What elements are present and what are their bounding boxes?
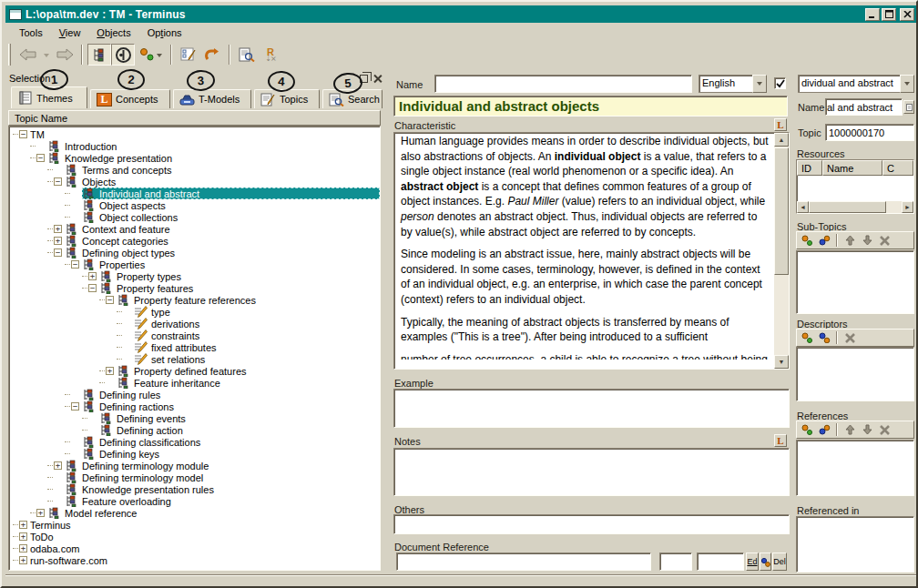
collapse-icon[interactable]: − [54,248,62,257]
others-input[interactable] [393,514,790,534]
detail-name-input[interactable] [825,98,903,116]
close-button[interactable] [900,8,914,21]
scroll-left-icon[interactable]: ◄ [797,201,809,213]
scroll-right-icon[interactable]: ► [902,201,913,213]
scroll-up-icon[interactable]: ▲ [774,133,789,147]
tree-item[interactable]: Defining classifications [9,436,380,448]
resources-col-c[interactable]: C [882,160,913,176]
resources-col-id[interactable]: ID [797,160,822,176]
menu-objects[interactable]: Objects [88,25,138,40]
collapse-icon[interactable]: − [36,154,45,162]
tree-item[interactable]: Knowledge presentation rules [9,483,380,495]
tree-item[interactable]: −Property feature references [9,294,380,306]
edit-form-icon[interactable] [177,44,200,66]
minimize-button[interactable] [865,8,880,21]
link-document-icon[interactable] [760,553,771,571]
tree-item[interactable]: Individual and abstract [9,188,380,199]
delete-icon[interactable] [842,331,857,344]
expand-icon[interactable]: + [54,461,62,470]
delete-icon[interactable] [877,423,892,436]
move-down-icon[interactable] [860,234,874,247]
tree-item[interactable]: Defining events [9,412,380,424]
tree-view-icon[interactable] [87,44,111,66]
document-reference-page-input[interactable] [659,553,692,571]
forward-icon[interactable] [53,44,76,66]
tree-item[interactable]: +Property types [9,270,380,282]
tree-item[interactable]: Feature inheritance [9,377,380,389]
menu-options[interactable]: Options [139,25,190,40]
notes-input[interactable] [393,448,790,496]
expand-icon[interactable]: + [54,237,62,245]
add-icon[interactable] [800,423,814,436]
add-icon[interactable] [800,331,814,344]
collapse-icon[interactable]: − [88,284,97,292]
lexicon-button[interactable]: L [774,118,787,131]
link-icon[interactable] [817,234,831,247]
tree-item[interactable]: set relations [9,353,380,365]
collapse-icon[interactable]: − [71,260,79,269]
close-panel-icon[interactable] [373,75,382,83]
collapse-icon[interactable]: − [54,177,62,186]
tree-item[interactable]: derivations [9,318,380,329]
resources-hscrollbar[interactable]: ◄ ► [797,201,913,213]
tree-item[interactable]: +Context and feature [9,223,380,235]
tree-item[interactable]: Introduction [9,140,380,152]
replace-icon[interactable]: R ⇣⨯ [259,44,282,66]
referenced-in-list[interactable] [796,516,914,573]
notes-lexicon-button[interactable]: L [774,434,787,447]
resources-col-name[interactable]: Name [822,160,882,176]
tree-column-header[interactable]: Topic Name [8,110,381,126]
descriptors-list[interactable] [796,347,914,401]
scroll-down-icon[interactable]: ▼ [774,355,789,369]
circle-view-icon[interactable] [111,44,135,66]
tree-item[interactable]: Object aspects [9,199,380,211]
expand-icon[interactable]: + [54,225,62,233]
name-input[interactable] [434,75,692,93]
tab-topics[interactable]: Topics [254,89,320,108]
topic-combo[interactable]: dividual and abstract [798,75,914,93]
menu-view[interactable]: View [51,25,89,40]
move-up-icon[interactable] [842,234,857,247]
tree-item[interactable]: Defining terminology model [9,471,380,483]
references-list[interactable] [796,440,914,496]
tree-item[interactable]: type [9,306,380,318]
tab-t-models[interactable]: T-Models [173,89,251,108]
tree-item[interactable]: constraints [9,329,380,341]
document-reference-input[interactable] [396,553,651,571]
tree-item[interactable]: −Objects [9,176,380,188]
maximize-button[interactable] [882,8,896,21]
detail-topic-input[interactable] [825,124,914,141]
tree-item[interactable]: +ToDo [9,531,380,542]
relations-icon[interactable] [135,44,166,66]
expand-icon[interactable]: + [19,532,27,541]
tree-item[interactable]: +Terminus [9,519,380,531]
tree-item[interactable]: −Defining object types [9,247,380,259]
delete-icon[interactable] [877,234,892,247]
tree-item[interactable]: −Property features [9,282,380,294]
tree-item[interactable]: Defining keys [9,448,380,460]
tree-item[interactable]: −Knowledge presentation [9,152,380,164]
tree-item[interactable]: −TM [9,128,380,140]
move-down-icon[interactable] [860,423,874,436]
tree-item[interactable]: +run-software.com [9,554,380,566]
scrollbar-thumb[interactable] [774,147,789,275]
expand-icon[interactable]: + [19,521,27,529]
tree-item[interactable]: +Property defined features [9,365,380,377]
tree-item[interactable]: +Defining terminology module [9,460,380,471]
tab-concepts[interactable]: L Concepts [90,89,170,108]
tree-item[interactable]: +Concept categories [9,235,380,247]
characteristic-area[interactable]: Human language provides means in order t… [393,132,790,370]
language-checkbox[interactable] [774,77,786,89]
link-icon[interactable] [817,423,831,436]
toolbar-grip[interactable] [8,44,11,66]
undo-icon[interactable] [200,44,224,66]
collapse-icon[interactable]: − [71,402,79,411]
tree-item[interactable]: Defining rules [9,389,380,400]
expand-icon[interactable]: + [19,544,27,553]
preview-document-icon[interactable] [235,44,259,66]
tree-item[interactable]: +Model reference [9,507,380,519]
tree-item[interactable]: −Properties [9,259,380,270]
expand-icon[interactable]: + [106,367,114,375]
menu-tools[interactable]: Tools [11,25,51,40]
expand-icon[interactable]: + [19,556,27,564]
